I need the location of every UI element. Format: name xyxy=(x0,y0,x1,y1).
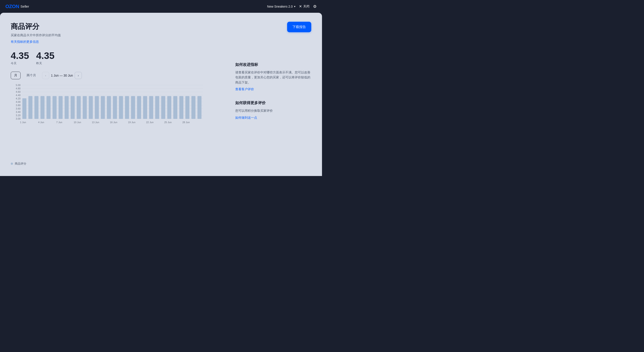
bars-svg: 1 Jun 4 Jun 7 Jun 10 Jun 13 Jun 16 Jun 1… xyxy=(11,83,205,159)
svg-rect-23 xyxy=(28,96,32,119)
more-reviews-title: 如何获得更多评价 xyxy=(235,100,311,105)
svg-text:13 Jun: 13 Jun xyxy=(92,121,99,124)
close-label: 关闭 xyxy=(303,5,310,9)
svg-rect-43 xyxy=(149,96,153,119)
svg-rect-36 xyxy=(107,96,111,119)
header-left: 商品评分 买家在商品卡片中所作评分的平均值 有关指标的更多信息 xyxy=(11,22,61,44)
seller-label: Seller xyxy=(20,5,29,8)
svg-rect-31 xyxy=(77,96,81,119)
svg-text:10 Jun: 10 Jun xyxy=(74,121,81,124)
more-reviews-tip: 如何获得更多评价 您可以用积分换取买家评价 如何做到这一点 xyxy=(235,100,311,120)
svg-rect-38 xyxy=(119,96,123,119)
ozon-logo: OZON Seller xyxy=(5,4,29,10)
svg-rect-42 xyxy=(143,96,147,119)
close-icon: ✕ xyxy=(299,4,302,9)
tab-two-months[interactable]: 两个月 xyxy=(23,72,39,79)
chevron-down-icon: ▾ xyxy=(294,5,296,8)
svg-rect-47 xyxy=(173,96,177,119)
improve-link[interactable]: 查看客户评价 xyxy=(235,87,254,91)
svg-rect-44 xyxy=(155,96,159,119)
today-stat: 4.35 今天 xyxy=(11,51,29,65)
page-subtitle: 买家在商品卡片中所作评分的平均值 xyxy=(11,33,61,37)
more-reviews-text: 您可以用积分换取买家评价 xyxy=(235,108,311,113)
svg-rect-30 xyxy=(71,96,75,119)
legend-dot xyxy=(11,162,13,165)
svg-rect-51 xyxy=(198,96,202,119)
svg-rect-48 xyxy=(179,96,183,119)
svg-text:4 Jun: 4 Jun xyxy=(38,121,44,124)
date-nav: ‹ 1 Jun — 30 Jun › xyxy=(42,72,82,79)
svg-rect-37 xyxy=(113,96,117,119)
today-label: 今天 xyxy=(11,61,29,65)
svg-rect-39 xyxy=(125,96,129,119)
svg-rect-27 xyxy=(52,96,56,119)
svg-rect-22 xyxy=(22,98,26,119)
svg-rect-40 xyxy=(131,96,135,119)
svg-text:25 Jun: 25 Jun xyxy=(164,121,172,124)
svg-text:16 Jun: 16 Jun xyxy=(110,121,117,124)
topbar: OZON Seller New Sneakers 2.0 ▾ ✕ 关闭 ⚙ xyxy=(0,0,322,13)
tab-month[interactable]: 月 xyxy=(11,72,20,79)
next-date-button[interactable]: › xyxy=(75,72,82,79)
topbar-right: New Sneakers 2.0 ▾ ✕ 关闭 ⚙ xyxy=(267,4,317,9)
yesterday-stat: 4.35 昨天 xyxy=(36,51,54,65)
settings-icon[interactable]: ⚙ xyxy=(313,4,317,9)
right-panel: 如何改进指标 请查看买家在评价中对哪些方面表示不满。您可以改善包装的质量，更加关… xyxy=(235,62,311,129)
topbar-left: OZON Seller xyxy=(5,4,29,10)
svg-rect-28 xyxy=(58,96,62,119)
page-title: 商品评分 xyxy=(11,22,61,32)
chart-section: 月 两个月 ‹ 1 Jun — 30 Jun › .y-label { font… xyxy=(11,72,205,166)
svg-rect-41 xyxy=(137,96,141,119)
chart-legend: 商品评分 xyxy=(11,162,205,166)
svg-rect-26 xyxy=(46,96,50,119)
svg-text:28 Jun: 28 Jun xyxy=(182,121,190,124)
svg-rect-45 xyxy=(161,96,165,119)
svg-rect-49 xyxy=(185,96,190,119)
date-range: 1 Jun — 30 Jun xyxy=(51,74,73,77)
svg-rect-25 xyxy=(40,96,44,119)
ozon-brand: OZON xyxy=(5,4,19,10)
legend-label: 商品评分 xyxy=(15,162,26,166)
svg-rect-46 xyxy=(167,96,171,119)
improve-text: 请查看买家在评价中对哪些方面表示不满。您可以改善包装的质量，更加关心您的买家，还… xyxy=(235,70,311,85)
prev-date-button[interactable]: ‹ xyxy=(42,72,49,79)
product-selector[interactable]: New Sneakers 2.0 ▾ xyxy=(267,5,296,8)
download-button[interactable]: 下载报告 xyxy=(287,22,311,32)
svg-text:19 Jun: 19 Jun xyxy=(128,121,135,124)
more-reviews-link[interactable]: 如何做到这一点 xyxy=(235,116,257,119)
svg-rect-24 xyxy=(34,96,38,119)
close-button[interactable]: ✕ 关闭 xyxy=(299,4,310,9)
svg-text:22 Jun: 22 Jun xyxy=(146,121,154,124)
svg-rect-35 xyxy=(101,96,105,119)
svg-rect-32 xyxy=(83,96,87,119)
yesterday-label: 昨天 xyxy=(36,61,54,65)
svg-text:1 Jun: 1 Jun xyxy=(20,121,26,124)
chart-area: .y-label { font-size: 11px; fill: #6b728… xyxy=(11,83,205,159)
info-link[interactable]: 有关指标的更多信息 xyxy=(11,40,39,44)
svg-rect-50 xyxy=(192,96,196,119)
main-content: 商品评分 买家在商品卡片中所作评分的平均值 有关指标的更多信息 下载报告 4.3… xyxy=(0,13,322,176)
today-value: 4.35 xyxy=(11,51,29,60)
yesterday-value: 4.35 xyxy=(36,51,54,60)
improve-title: 如何改进指标 xyxy=(235,62,311,67)
product-name: New Sneakers 2.0 xyxy=(267,5,293,8)
svg-rect-29 xyxy=(64,96,69,119)
improve-tip: 如何改进指标 请查看买家在评价中对哪些方面表示不满。您可以改善包装的质量，更加关… xyxy=(235,62,311,91)
svg-rect-33 xyxy=(89,96,93,119)
page-header: 商品评分 买家在商品卡片中所作评分的平均值 有关指标的更多信息 下载报告 xyxy=(11,22,311,44)
period-controls: 月 两个月 ‹ 1 Jun — 30 Jun › xyxy=(11,72,205,79)
svg-text:7 Jun: 7 Jun xyxy=(56,121,62,124)
svg-rect-34 xyxy=(95,96,99,119)
